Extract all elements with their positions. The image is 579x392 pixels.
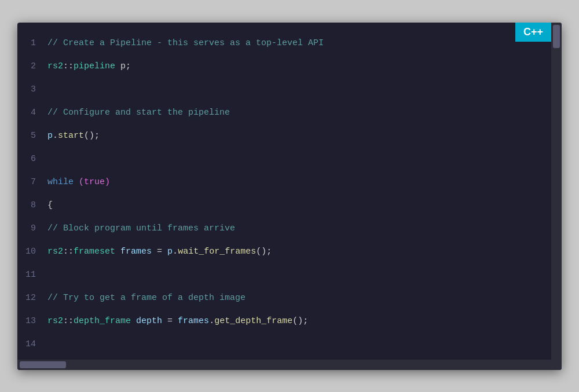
line-number: 14 [17,333,47,356]
paren-token: ) [105,177,110,187]
scrollbar-bottom[interactable] [17,360,551,370]
scrollbar-thumb-vertical[interactable] [553,25,560,48]
cpp-badge: C++ [515,23,551,42]
code-line: 8{ [17,194,551,217]
code-line: 10 rs2::frameset frames = p.wait_for_fra… [17,240,551,263]
code-line: 9 // Block program until frames arrive [17,217,551,240]
plain-token: { [47,200,53,210]
plain-token [115,247,120,257]
line-number: 4 [17,101,47,124]
line-code: // Configure and start the pipeline [47,101,230,124]
plain-token: = [162,316,178,326]
line-number: 13 [17,310,47,333]
plain-token: :: [63,247,74,257]
line-number: 6 [17,148,47,171]
code-line: 13 rs2::depth_frame depth = frames.get_d… [17,310,551,333]
line-number: 1 [17,32,47,55]
line-number: 3 [17,78,47,101]
code-line: 14 [17,333,551,356]
var-token: p [47,131,53,141]
line-number: 2 [17,55,47,78]
plain-token: (); [256,247,272,257]
line-number: 9 [17,217,47,240]
plain-token: :: [63,316,74,326]
line-number: 8 [17,194,47,217]
comment-token: // Create a Pipeline - this serves as a … [47,38,324,48]
code-line: 6 [17,148,551,171]
scrollbar-thumb-horizontal[interactable] [20,361,66,368]
line-number: 7 [17,171,47,194]
line-code: rs2::pipeline p; [47,55,131,78]
ns-token: rs2 [47,247,63,257]
plain-token: . [209,316,214,326]
line-code: rs2::frameset frames = p.wait_for_frames… [47,240,272,263]
plain-token: = [152,247,167,257]
code-line: 5p.start(); [17,124,551,148]
method-token: wait_for_frames [178,247,256,257]
code-line: 12 // Try to get a frame of a depth imag… [17,287,551,310]
var-token: frames [178,316,209,326]
comment-token: // Block program until frames arrive [47,224,235,233]
type-token: pipeline [74,61,115,71]
method-token: get_depth_frame [214,316,292,326]
line-number: 5 [17,124,47,148]
scrollbar-right[interactable] [551,23,562,360]
line-code: rs2::depth_frame depth = frames.get_dept… [47,310,308,333]
comment-token: // Try to get a frame of a depth image [47,293,245,303]
keyword-token: while [47,177,74,187]
var-token: p [167,247,173,257]
code-line: 7while (true) [17,171,551,194]
plain-token: (); [84,131,100,141]
var-token: frames [120,247,152,257]
plain-token [131,316,136,326]
bool-token: true [84,177,105,187]
plain-token: . [53,131,58,141]
line-code: // Try to get a frame of a depth image [47,287,245,310]
code-line: 11 [17,263,551,287]
type-token: frameset [74,247,115,257]
paren-token: ( [79,177,84,187]
code-line: 4// Configure and start the pipeline [17,101,551,124]
plain-token: p; [115,61,131,71]
line-number: 10 [17,240,47,263]
code-line: 1// Create a Pipeline - this serves as a… [17,32,551,55]
ns-token: rs2 [47,61,63,71]
line-code: // Create a Pipeline - this serves as a … [47,32,324,55]
method-token: start [58,131,84,141]
comment-token: // Configure and start the pipeline [47,108,230,118]
line-code: // Block program until frames arrive [47,217,235,240]
line-number: 12 [17,287,47,310]
plain-token [74,177,79,187]
line-number: 11 [17,263,47,287]
type-token: depth_frame [74,316,131,326]
code-line: 3 [17,78,551,101]
plain-token: :: [63,61,74,71]
line-code: p.start(); [47,124,100,148]
code-content: 1// Create a Pipeline - this serves as a… [17,23,562,365]
plain-token: . [173,247,178,257]
code-area: 1// Create a Pipeline - this serves as a… [17,23,562,370]
ns-token: rs2 [47,316,63,326]
var-token: depth [136,316,162,326]
line-code: { [47,194,53,217]
line-code: while (true) [47,171,110,194]
code-line: 2rs2::pipeline p; [17,55,551,78]
code-window: C++ 1// Create a Pipeline - this serves … [17,23,562,370]
scroll-corner [551,360,562,370]
plain-token: (); [292,316,308,326]
